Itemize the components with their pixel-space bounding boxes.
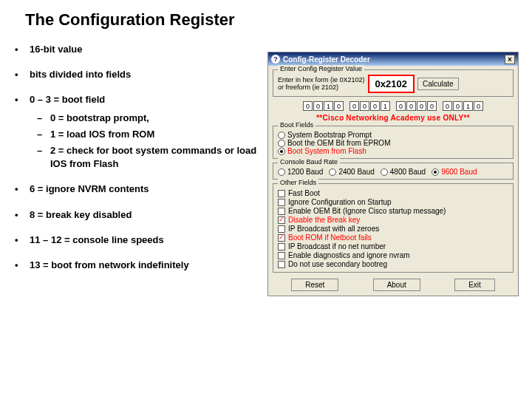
bit: 0 (474, 101, 483, 111)
checkbox-option[interactable]: Disable the Break key (278, 216, 508, 224)
bit: 0 (396, 101, 406, 111)
option-label: IP Broadcast if no net number (288, 242, 386, 250)
bit: 0 (370, 101, 380, 111)
option-label: Do not use secondary bootreg (288, 260, 387, 268)
bullet-item: 0 – 3 = boot field 0 = bootstrap prompt,… (15, 93, 259, 171)
bit: 0 (417, 101, 426, 111)
checkbox-icon (278, 225, 285, 233)
checkbox-option[interactable]: Fast Boot (278, 189, 508, 197)
radio-option[interactable]: System Bootstrap Prompt (278, 131, 508, 139)
checkbox-option[interactable]: IP Broadcast if no net number (278, 242, 508, 250)
group-title: Enter Config Register Value (278, 65, 364, 72)
page-title: The Configuration Register (25, 10, 517, 30)
about-button[interactable]: About (373, 279, 420, 291)
option-label: System Bootstrap Prompt (287, 131, 372, 139)
radio-option[interactable]: Boot System from Flash (278, 147, 508, 155)
checkbox-option[interactable]: Ignore Configuration on Startup (278, 198, 508, 206)
bit: 0 (427, 101, 437, 111)
group-title: Other Fields (278, 179, 318, 186)
close-icon[interactable]: × (505, 55, 515, 64)
exit-button[interactable]: Exit (454, 279, 495, 291)
option-label: Disable the Break key (288, 216, 360, 224)
bit: 0 (349, 101, 359, 111)
bit: 1 (324, 101, 333, 111)
baud-group: Console Baud Rate 1200 Baud 2400 Baud 48… (273, 163, 514, 180)
checkbox-icon (278, 208, 285, 215)
bullet-item: 11 – 12 = console line speeds (15, 233, 259, 247)
radio-icon (381, 168, 388, 176)
bit: 1 (463, 101, 473, 111)
bit: 0 (443, 101, 452, 111)
group-title: Boot Fields (278, 121, 316, 129)
option-label: 9600 Baud (441, 168, 477, 176)
radio-option[interactable]: 4800 Baud (381, 168, 426, 176)
bullet-list: 16-bit value bits divided into fields 0 … (15, 43, 259, 284)
radio-icon (329, 168, 336, 176)
radio-icon (278, 140, 285, 147)
bit: 0 (334, 101, 344, 111)
bit: 0 (303, 101, 313, 111)
bit: 0 (313, 101, 323, 111)
button-bar: Reset About Exit (268, 274, 518, 296)
hint-line: Enter in hex form (ie 0X2102) (278, 76, 365, 83)
bit: 0 (406, 101, 416, 111)
bullet-item: 6 = ignore NVRM contents (15, 183, 259, 196)
checkbox-option[interactable]: Boot ROM if Netboot fails (278, 233, 508, 242)
option-label: 1200 Baud (287, 168, 323, 176)
checkbox-icon (278, 216, 285, 224)
option-label: 4800 Baud (390, 168, 426, 176)
other-fields-group: Other Fields Fast Boot Ignore Configurat… (273, 183, 514, 273)
option-label: IP Broadcast with all zeroes (288, 225, 379, 233)
bullet-item: bits divided into fields (15, 68, 259, 81)
bullet-item: 13 = boot from network indefinitely (15, 259, 259, 272)
radio-option[interactable]: 9600 Baud (432, 168, 477, 176)
sub-bullet: 0 = bootstrap prompt, (30, 112, 259, 125)
option-label: Boot System from Flash (287, 147, 366, 155)
bullet-item: 8 = break key disabled (15, 208, 259, 222)
checkbox-icon (278, 199, 285, 206)
bullet-item: 16-bit value (15, 43, 259, 56)
sub-bullet: 1 = load IOS from ROM (30, 128, 259, 141)
calculate-button[interactable]: Calculate (417, 78, 459, 90)
radio-icon (278, 148, 285, 155)
window-title: Config-Register Decoder (283, 55, 370, 64)
option-label: Ignore Configuration on Startup (288, 198, 392, 206)
option-label: Fast Boot (288, 189, 320, 197)
titlebar: ? Config-Register Decoder × (268, 52, 518, 66)
enter-value-group: Enter Config Register Value Enter in hex… (273, 69, 514, 97)
radio-icon (278, 168, 285, 176)
checkbox-icon (278, 243, 285, 250)
radio-icon (278, 132, 285, 139)
group-title: Console Baud Rate (278, 158, 340, 166)
checkbox-option[interactable]: Enable diagnostics and ignore nvram (278, 251, 508, 259)
decoder-window: ? Config-Register Decoder × Enter Config… (267, 52, 519, 296)
hint-text: Enter in hex form (ie 0X2102) or freefor… (278, 77, 365, 92)
option-label: Enable OEM Bit (Ignore Cisco startup mes… (288, 207, 446, 215)
reset-button[interactable]: Reset (291, 279, 338, 291)
boot-fields-group: Boot Fields System Bootstrap Prompt Boot… (273, 126, 514, 159)
bit: 0 (360, 101, 369, 111)
hint-line: or freeform (ie 2102) (278, 83, 338, 91)
checkbox-option[interactable]: IP Broadcast with all zeroes (278, 225, 508, 233)
bullet-text: 0 – 3 = boot field (30, 94, 105, 105)
radio-option[interactable]: 1200 Baud (278, 168, 323, 176)
bit: 0 (453, 101, 463, 111)
register-value-input[interactable]: 0x2102 (368, 75, 415, 93)
checkbox-icon (278, 252, 285, 259)
option-label: Enable diagnostics and ignore nvram (288, 251, 410, 259)
bit: 1 (381, 101, 390, 111)
bit-display: 0010 0001 0000 0010 (273, 101, 514, 111)
option-label: 2400 Baud (338, 168, 374, 176)
checkbox-icon (278, 261, 285, 268)
radio-option[interactable]: 2400 Baud (329, 168, 374, 176)
checkbox-option[interactable]: Do not use secondary bootreg (278, 260, 508, 268)
help-icon: ? (271, 55, 280, 64)
radio-icon (432, 168, 439, 176)
checkbox-icon (278, 190, 285, 197)
option-label: Boot ROM if Netboot fails (288, 233, 372, 242)
radio-option[interactable]: Boot the OEM Bit from EPROM (278, 139, 508, 147)
checkbox-icon (278, 234, 285, 242)
checkbox-option[interactable]: Enable OEM Bit (Ignore Cisco startup mes… (278, 207, 508, 215)
sub-bullet: 2 = check for boot system commands or lo… (30, 144, 259, 171)
option-label: Boot the OEM Bit from EPROM (287, 139, 390, 147)
